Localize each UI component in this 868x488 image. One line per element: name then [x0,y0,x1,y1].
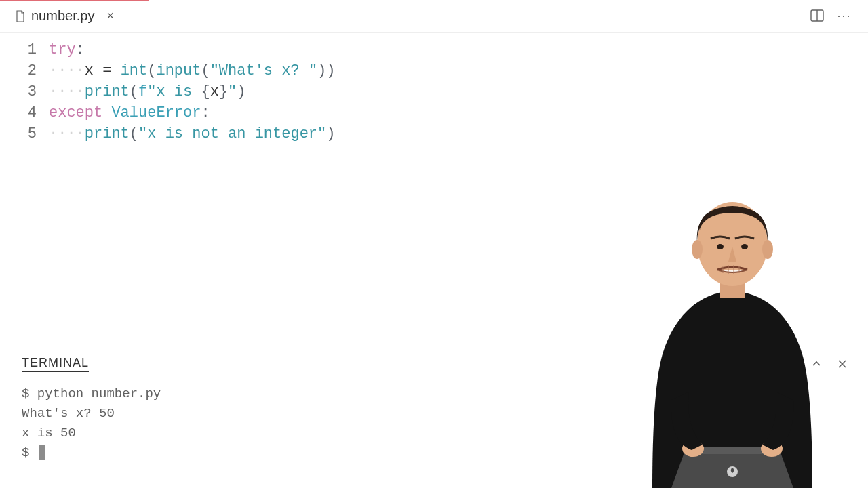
close-panel-icon[interactable] [835,357,849,371]
line-number: 5 [0,123,49,144]
code-content[interactable]: ····x = int(input("What's x? ")) [49,60,336,81]
code-line[interactable]: 2····x = int(input("What's x? ")) [0,60,868,81]
code-content[interactable]: ····print(f"x is {x}") [49,81,245,102]
tab-bar: number.py × ··· [0,0,868,33]
tab-number-py[interactable]: number.py × [7,3,126,28]
terminal-output[interactable]: $ python number.pyWhat's x? 50x is 50$ [22,384,849,463]
close-icon[interactable]: × [102,7,118,24]
terminal-line: $ python number.py [22,384,849,404]
line-number: 2 [0,60,49,81]
terminal-actions [810,357,849,371]
terminal-panel: TERMINAL $ python number.pyWhat's x? 50x… [0,346,868,488]
code-line[interactable]: 1try: [0,39,868,60]
code-line[interactable]: 5····print("x is not an integer") [0,123,868,144]
code-content[interactable]: except ValueError: [49,102,210,123]
tab-filename: number.py [31,8,94,24]
split-editor-icon[interactable] [810,8,825,23]
file-icon [15,10,26,22]
code-content[interactable]: ····print("x is not an integer") [49,123,335,144]
line-number: 1 [0,39,49,60]
code-line[interactable]: 3····print(f"x is {x}") [0,81,868,102]
more-icon[interactable]: ··· [837,8,852,23]
chevron-up-icon[interactable] [810,357,823,371]
terminal-line: x is 50 [22,424,849,443]
line-number: 4 [0,102,49,123]
line-number: 3 [0,81,49,102]
editor-header-actions: ··· [810,8,852,23]
terminal-cursor [39,445,45,460]
terminal-line: What's x? 50 [22,404,849,424]
terminal-line: $ [22,443,849,463]
code-line[interactable]: 4except ValueError: [0,102,868,123]
code-editor[interactable]: 1try:2····x = int(input("What's x? "))3·… [0,35,868,346]
code-content[interactable]: try: [49,39,85,60]
terminal-tab[interactable]: TERMINAL [22,356,89,372]
